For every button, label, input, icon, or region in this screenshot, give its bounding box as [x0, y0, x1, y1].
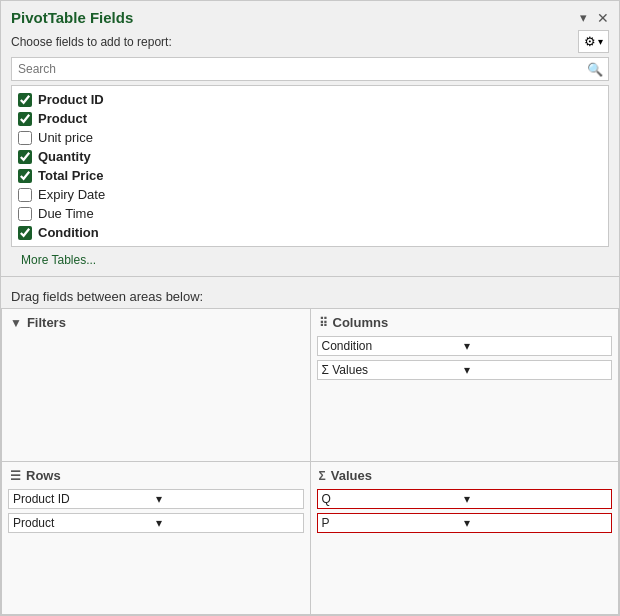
dropdown-label: Product ID — [13, 492, 156, 506]
dropdown-label: P — [322, 516, 465, 530]
area-label-columns: Columns — [333, 315, 389, 330]
areas-grid: ▼Filters⠿ColumnsCondition▾Σ Values▾☰Rows… — [1, 308, 619, 615]
area-header-values: ΣValues — [315, 466, 615, 487]
values-icon: Σ — [319, 469, 326, 483]
field-item-expiry-date: Expiry Date — [18, 185, 602, 204]
field-item-quantity: Quantity — [18, 147, 602, 166]
dropdown-arrow: ▾ — [464, 339, 607, 353]
settings-arrow: ▾ — [598, 36, 603, 47]
drag-label: Drag fields between areas below: — [1, 281, 619, 308]
dropdown-arrow: ▾ — [464, 492, 607, 506]
field-item-condition: Condition — [18, 223, 602, 242]
dropdown-label: Product — [13, 516, 156, 530]
dropdown-row-product-id[interactable]: Product ID▾ — [8, 489, 304, 509]
checkbox-condition[interactable] — [18, 226, 32, 240]
settings-icon: ⚙ — [584, 34, 596, 49]
area-values: ΣValuesQ▾P▾ — [311, 462, 620, 615]
checkbox-product-id[interactable] — [18, 93, 32, 107]
label-expiry-date[interactable]: Expiry Date — [38, 187, 105, 202]
drag-label-text: Drag fields between areas below: — [11, 289, 203, 304]
dropdown-label: Q — [322, 492, 465, 506]
area-header-rows: ☰Rows — [6, 466, 306, 487]
area-empty-values — [315, 535, 615, 610]
search-icon: 🔍 — [587, 62, 603, 77]
label-condition[interactable]: Condition — [38, 225, 99, 240]
pivottable-panel: PivotTable Fields ▾ ✕ Choose fields to a… — [0, 0, 620, 616]
checkbox-total-price[interactable] — [18, 169, 32, 183]
area-label-filters: Filters — [27, 315, 66, 330]
checkbox-due-time[interactable] — [18, 207, 32, 221]
field-item-due-time: Due Time — [18, 204, 602, 223]
area-columns: ⠿ColumnsCondition▾Σ Values▾ — [311, 309, 620, 462]
settings-button[interactable]: ⚙ ▾ — [578, 30, 609, 53]
rows-icon: ☰ — [10, 469, 21, 483]
field-item-product-id: Product ID — [18, 90, 602, 109]
label-quantity[interactable]: Quantity — [38, 149, 91, 164]
more-tables-link[interactable]: More Tables... — [11, 245, 106, 275]
checkbox-product[interactable] — [18, 112, 32, 126]
panel-title: PivotTable Fields — [11, 9, 133, 26]
area-filters: ▼Filters — [2, 309, 311, 462]
field-item-unit-price: Unit price — [18, 128, 602, 147]
checkbox-quantity[interactable] — [18, 150, 32, 164]
divider — [1, 276, 619, 277]
dropdown-arrow: ▾ — [464, 516, 607, 530]
label-product-id[interactable]: Product ID — [38, 92, 104, 107]
dropdown-label: Condition — [322, 339, 465, 353]
label-due-time[interactable]: Due Time — [38, 206, 94, 221]
dropdown-arrow: ▾ — [464, 363, 607, 377]
dropdown-label: Σ Values — [322, 363, 465, 377]
dropdown-row-q[interactable]: Q▾ — [317, 489, 613, 509]
dropdown-row-σ-values[interactable]: Σ Values▾ — [317, 360, 613, 380]
area-rows: ☰RowsProduct ID▾Product▾ — [2, 462, 311, 615]
more-tables-container: More Tables... — [1, 247, 619, 272]
dropdown-arrow: ▾ — [156, 516, 299, 530]
panel-subtitle: Choose fields to add to report: — [11, 35, 172, 49]
dropdown-row-condition[interactable]: Condition▾ — [317, 336, 613, 356]
chevron-icon[interactable]: ▾ — [580, 10, 587, 25]
area-label-values: Values — [331, 468, 372, 483]
area-empty-rows — [6, 535, 306, 610]
fields-list: Product IDProductUnit priceQuantityTotal… — [11, 85, 609, 247]
checkbox-expiry-date[interactable] — [18, 188, 32, 202]
area-header-filters: ▼Filters — [6, 313, 306, 334]
header-controls: ▾ ✕ — [580, 10, 609, 26]
close-icon[interactable]: ✕ — [597, 10, 609, 26]
area-label-rows: Rows — [26, 468, 61, 483]
search-container: 🔍 — [11, 57, 609, 81]
checkbox-unit-price[interactable] — [18, 131, 32, 145]
dropdown-row-product[interactable]: Product▾ — [8, 513, 304, 533]
area-empty-columns — [315, 382, 615, 457]
label-unit-price[interactable]: Unit price — [38, 130, 93, 145]
dropdown-row-p[interactable]: P▾ — [317, 513, 613, 533]
label-product[interactable]: Product — [38, 111, 87, 126]
label-total-price[interactable]: Total Price — [38, 168, 104, 183]
dropdown-arrow: ▾ — [156, 492, 299, 506]
columns-icon: ⠿ — [319, 316, 328, 330]
filters-icon: ▼ — [10, 316, 22, 330]
field-item-total-price: Total Price — [18, 166, 602, 185]
field-item-product: Product — [18, 109, 602, 128]
area-empty-filters — [6, 334, 306, 457]
area-header-columns: ⠿Columns — [315, 313, 615, 334]
search-input[interactable] — [11, 57, 609, 81]
